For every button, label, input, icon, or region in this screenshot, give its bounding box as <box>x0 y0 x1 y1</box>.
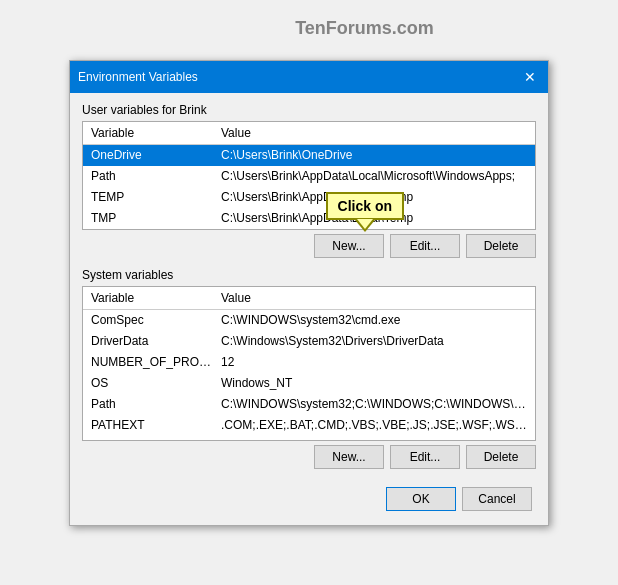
user-edit-button[interactable]: Edit... <box>390 234 460 258</box>
user-button-row: Click on New... Edit... Delete <box>82 230 536 260</box>
system-table-header: Variable Value <box>83 287 535 310</box>
table-row[interactable]: DriverData C:\Windows\System32\Drivers\D… <box>83 331 535 352</box>
table-row[interactable]: OS Windows_NT <box>83 373 535 394</box>
system-section-title: System variables <box>82 268 536 282</box>
user-table-header: Variable Value <box>83 122 535 145</box>
user-row-val: C:\Users\Brink\OneDrive <box>217 147 531 163</box>
dialog-body: User variables for Brink Variable Value … <box>70 93 548 525</box>
ok-button[interactable]: OK <box>386 487 456 511</box>
sys-delete-button[interactable]: Delete <box>466 445 536 469</box>
sys-new-button[interactable]: New... <box>314 445 384 469</box>
close-button[interactable]: ✕ <box>520 67 540 87</box>
table-row[interactable]: TMP C:\Users\Brink\AppData\Local\Temp <box>83 208 535 229</box>
user-header-value: Value <box>217 124 531 142</box>
system-button-row: New... Edit... Delete <box>82 441 536 471</box>
user-variables-section: User variables for Brink Variable Value … <box>82 103 536 260</box>
system-variables-table: Variable Value ComSpec C:\WINDOWS\system… <box>82 286 536 441</box>
watermark: TenForums.com <box>295 18 434 39</box>
sys-row-val: C:\Windows\System32\Drivers\DriverData <box>217 333 531 349</box>
user-new-button[interactable]: New... <box>314 234 384 258</box>
user-table-body: OneDrive C:\Users\Brink\OneDrive Path C:… <box>83 145 535 229</box>
user-row-var: OneDrive <box>87 147 217 163</box>
system-variables-section: System variables Variable Value ComSpec … <box>82 268 536 471</box>
table-row[interactable]: OneDrive C:\Users\Brink\OneDrive <box>83 145 535 166</box>
sys-row-var: OS <box>87 375 217 391</box>
table-row[interactable]: PATHEXT .COM;.EXE;.BAT;.CMD;.VBS;.VBE;.J… <box>83 415 535 436</box>
sys-row-val: 12 <box>217 354 531 370</box>
sys-row-var: Path <box>87 396 217 412</box>
sys-row-val: .COM;.EXE;.BAT;.CMD;.VBS;.VBE;.JS;.JSE;.… <box>217 417 531 433</box>
sys-row-val: C:\WINDOWS\system32;C:\WINDOWS;C:\WINDOW… <box>217 396 531 412</box>
table-row[interactable]: TEMP C:\Users\Brink\AppData\Local\Temp <box>83 187 535 208</box>
sys-row-val: C:\WINDOWS\system32\cmd.exe <box>217 312 531 328</box>
user-section-title: User variables for Brink <box>82 103 536 117</box>
table-row[interactable]: Path C:\Users\Brink\AppData\Local\Micros… <box>83 166 535 187</box>
table-row[interactable]: NUMBER_OF_PROCESSORS 12 <box>83 352 535 373</box>
sys-row-val: Windows_NT <box>217 375 531 391</box>
table-row[interactable]: ComSpec C:\WINDOWS\system32\cmd.exe <box>83 310 535 331</box>
sys-row-var: ComSpec <box>87 312 217 328</box>
user-row-var: TMP <box>87 210 217 226</box>
sys-row-val: AMD64 <box>217 438 531 440</box>
cancel-button[interactable]: Cancel <box>462 487 532 511</box>
tooltip-bubble: Click on <box>326 192 404 220</box>
system-table-body[interactable]: ComSpec C:\WINDOWS\system32\cmd.exe Driv… <box>83 310 535 440</box>
sys-row-var: NUMBER_OF_PROCESSORS <box>87 354 217 370</box>
sys-edit-button[interactable]: Edit... <box>390 445 460 469</box>
title-bar: Environment Variables ✕ <box>70 61 548 93</box>
user-row-val: C:\Users\Brink\AppData\Local\Microsoft\W… <box>217 168 531 184</box>
sys-header-value: Value <box>217 289 531 307</box>
table-row[interactable]: PROCESSOR_ARCHITECTURE AMD64 <box>83 436 535 440</box>
user-row-var: Path <box>87 168 217 184</box>
user-delete-button[interactable]: Delete <box>466 234 536 258</box>
user-variables-table: Variable Value OneDrive C:\Users\Brink\O… <box>82 121 536 230</box>
sys-row-var: PROCESSOR_ARCHITECTURE <box>87 438 217 440</box>
sys-row-var: DriverData <box>87 333 217 349</box>
sys-row-var: PATHEXT <box>87 417 217 433</box>
user-row-var: TEMP <box>87 189 217 205</box>
footer-button-row: OK Cancel <box>82 479 536 515</box>
table-row[interactable]: Path C:\WINDOWS\system32;C:\WINDOWS;C:\W… <box>83 394 535 415</box>
dialog-title: Environment Variables <box>78 70 198 84</box>
sys-header-variable: Variable <box>87 289 217 307</box>
environment-variables-dialog: Environment Variables ✕ User variables f… <box>69 60 549 526</box>
user-header-variable: Variable <box>87 124 217 142</box>
